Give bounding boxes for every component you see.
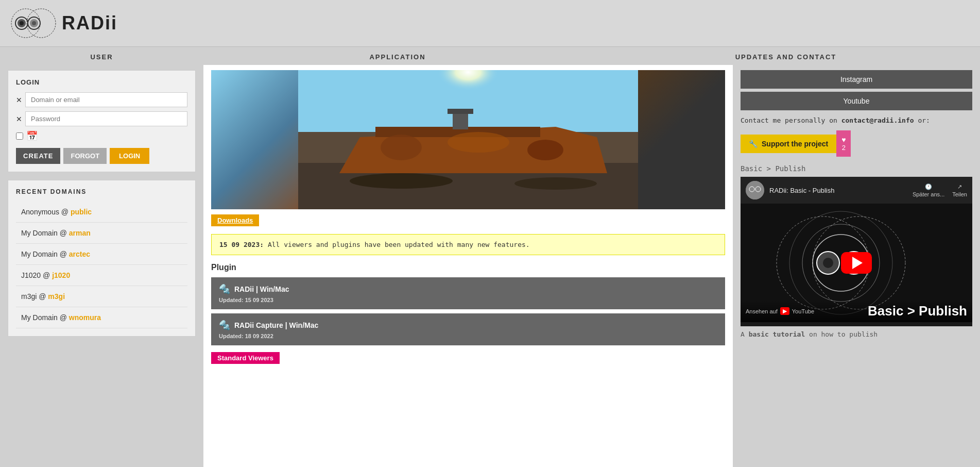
domain-sep-m3gi: @ (39, 292, 48, 301)
domain-value-wnomura: wnomura (69, 313, 101, 322)
video-later-action[interactable]: 🕐 Später ans... (913, 184, 944, 197)
svg-point-15 (448, 132, 509, 153)
domain-value-m3gi: m3gi (48, 292, 65, 301)
tutorial-emphasis: basic tutorial (749, 330, 805, 338)
domain-sep-anonymous: @ (61, 208, 71, 216)
radii-logo-icon (10, 5, 57, 41)
domain-item-arman[interactable]: My Domain @ arman (16, 223, 187, 244)
video-channel-name: RADii: Basic - Publish (769, 187, 907, 194)
svg-point-7 (32, 21, 36, 25)
heart-icon: ♥ (841, 136, 846, 144)
play-button[interactable] (841, 252, 872, 274)
plugin-name-capture: 🔩 RADii Capture | Win/Mac (219, 320, 717, 331)
domain-value-j1020: j1020 (52, 271, 70, 279)
domain-value-anonymous: public (71, 208, 92, 216)
video-desc-text: A basic tutorial on how to publish (741, 330, 878, 338)
video-actions: 🕐 Später ans... ↗ Teilen (913, 184, 967, 197)
domain-name-j1020: J1020 (21, 271, 41, 279)
password-input[interactable] (25, 111, 187, 126)
updates-column: Instagram Youtube Contact me personally … (733, 65, 980, 467)
contact-prefix: Contact me personally on (741, 116, 841, 124)
domain-item-m3gi[interactable]: m3gi @ m3gi (16, 286, 187, 307)
user-col-title: USER (0, 47, 203, 65)
domain-name-anonymous: Anonymous (21, 208, 59, 216)
support-count-badge: ♥ 2 (836, 130, 851, 157)
forgot-button[interactable]: FORGOT (63, 148, 107, 164)
domain-sep-wnomura: @ (60, 313, 69, 322)
share-label: Teilen (952, 191, 967, 197)
user-column: LOGIN ✕ ✕ 📅 CREATE FORGOT LOGIN RECENT D… (0, 65, 203, 467)
calendar-icon: 📅 (26, 130, 38, 142)
video-header: RADii: Basic - Publish 🕐 Später ans... ↗… (741, 177, 972, 204)
play-triangle-icon (852, 257, 863, 269)
domain-item-arctec[interactable]: My Domain @ arctec (16, 244, 187, 265)
support-project-button[interactable]: 🔧 Support the project (741, 135, 836, 153)
svg-rect-18 (448, 109, 473, 114)
domain-value-arman: arman (69, 229, 91, 237)
downloads-badge[interactable]: Downloads (211, 214, 259, 226)
avatar-icon (746, 181, 764, 199)
contact-suffix: or: (914, 116, 930, 124)
video-body[interactable]: Ansehen auf ▶ YouTube Basic > Publish (741, 204, 972, 322)
plugin-updated-radii: Updated: 15 09 2023 (219, 297, 717, 303)
header: RADii (0, 0, 980, 47)
yt-brand-label: YouTube (792, 308, 814, 314)
application-column: Downloads 15 09 2023: All viewers and pl… (203, 65, 733, 467)
recent-domains-box: RECENT DOMAINS Anonymous @ public My Dom… (8, 180, 196, 337)
login-button[interactable]: LOGIN (110, 148, 149, 164)
domain-name-arctec: My Domain (21, 250, 58, 258)
email-clear-icon[interactable]: ✕ (16, 96, 22, 104)
email-input[interactable] (25, 92, 187, 107)
application-hero-image (211, 70, 725, 209)
update-notice: 15 09 2023: All viewers and plugins have… (211, 234, 725, 255)
standard-viewers-badge[interactable]: Standard Viewers (211, 352, 280, 364)
plugin-item-capture[interactable]: 🔩 RADii Capture | Win/Mac Updated: 18 09… (211, 313, 725, 345)
plugin-label-capture: RADii Capture | Win/Mac (234, 321, 318, 329)
remember-checkbox[interactable] (16, 132, 23, 140)
domain-item-j1020[interactable]: J1020 @ j1020 (16, 265, 187, 286)
youtube-button[interactable]: Youtube (741, 92, 972, 110)
support-button-group: 🔧 Support the project ♥ 2 (741, 130, 851, 157)
plugin-title: Plugin (211, 263, 725, 272)
clock-icon: 🕐 (925, 184, 932, 190)
yt-logo-area: Ansehen auf ▶ YouTube (746, 307, 814, 315)
wrench-icon: 🔧 (749, 140, 758, 148)
create-button[interactable]: CREATE (16, 148, 60, 164)
plugin-icon-capture: 🔩 (219, 320, 230, 331)
domain-item-anonymous[interactable]: Anonymous @ public (16, 202, 187, 223)
login-title: LOGIN (16, 78, 187, 86)
later-label: Später ans... (913, 191, 944, 197)
youtube-logo-icon: ▶ (780, 307, 789, 315)
main-columns: LOGIN ✕ ✕ 📅 CREATE FORGOT LOGIN RECENT D… (0, 65, 980, 467)
logo-area: RADii (10, 5, 117, 41)
domain-sep-arctec: @ (60, 250, 69, 258)
password-input-row: ✕ (16, 111, 187, 126)
svg-point-16 (527, 140, 563, 160)
svg-point-32 (823, 258, 833, 268)
svg-point-4 (20, 21, 24, 25)
svg-rect-17 (453, 111, 468, 129)
domain-item-wnomura[interactable]: My Domain @ wnomura (16, 307, 187, 328)
contact-info: Contact me personally on contact@radii.i… (741, 116, 972, 124)
video-share-action[interactable]: ↗ Teilen (952, 184, 967, 197)
email-input-row: ✕ (16, 92, 187, 107)
app-title: RADii (62, 12, 117, 34)
svg-point-19 (350, 173, 453, 189)
update-text: All viewers and plugins have been update… (268, 241, 530, 248)
video-container[interactable]: RADii: Basic - Publish 🕐 Später ans... ↗… (741, 177, 972, 326)
instagram-button[interactable]: Instagram (741, 70, 972, 89)
domain-name-arman: My Domain (21, 229, 58, 237)
plugin-icon-radii: 🔩 (219, 283, 230, 295)
svg-point-20 (514, 177, 597, 190)
password-clear-icon[interactable]: ✕ (16, 115, 22, 123)
plugin-item-radii[interactable]: 🔩 RADii | Win/Mac Updated: 15 09 2023 (211, 277, 725, 309)
video-description: A basic tutorial on how to publish (741, 326, 972, 338)
updates-col-title: UPDATES AND CONTACT (592, 47, 980, 65)
recent-domains-title: RECENT DOMAINS (16, 188, 187, 195)
application-col-title: APPLICATION (203, 47, 592, 65)
svg-point-14 (381, 135, 422, 160)
ship-image-svg (211, 70, 725, 209)
support-label: Support the project (762, 140, 828, 148)
watch-on-label: Ansehen auf (746, 308, 778, 314)
domain-sep-j1020: @ (43, 271, 52, 279)
